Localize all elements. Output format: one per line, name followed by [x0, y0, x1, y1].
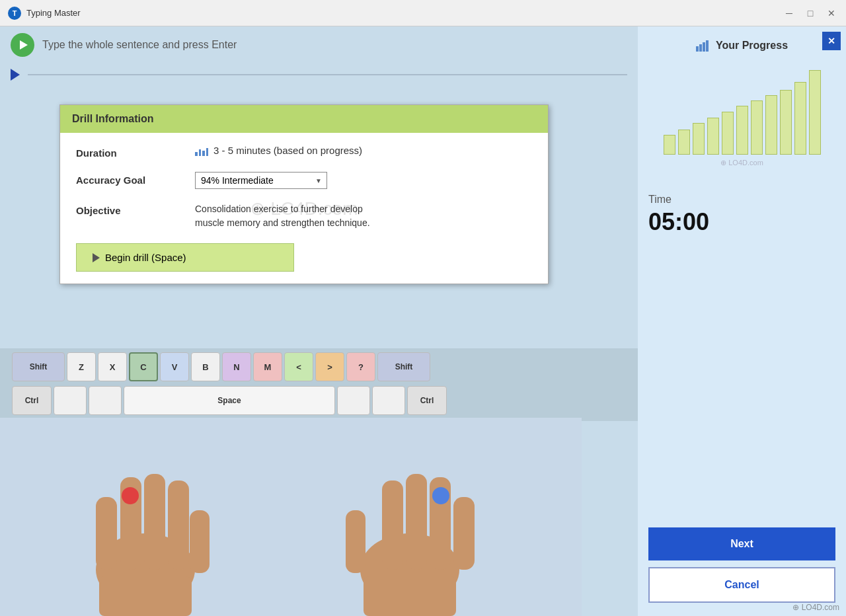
- accuracy-row: Accuracy Goal 94% Intermediate 90% Begin…: [76, 172, 532, 189]
- right-panel-watermark: ⊕ LO4D.com: [648, 159, 835, 167]
- bar-9: [780, 90, 792, 155]
- app-title: Typing Master: [26, 8, 81, 18]
- hands-area: [0, 418, 638, 616]
- bar-7: [751, 100, 763, 155]
- app-icon: T: [8, 7, 21, 20]
- drill-dialog-body: ⊕ LC4D.com Duration 3 - 5 minutes (based…: [60, 133, 548, 284]
- bar-10: [794, 82, 806, 155]
- objective-label: Objective: [76, 202, 195, 216]
- bar-8: [765, 95, 777, 155]
- accuracy-select[interactable]: 94% Intermediate 90% Beginner 97% Advanc…: [195, 172, 327, 189]
- svg-rect-10: [382, 481, 403, 570]
- svg-rect-14: [346, 510, 365, 573]
- begin-drill-button[interactable]: Begin drill (Space): [76, 243, 294, 272]
- svg-rect-18: [699, 44, 702, 52]
- svg-rect-15: [364, 576, 456, 616]
- svg-rect-5: [168, 481, 189, 570]
- watermark-logo: ⊕: [792, 603, 799, 612]
- keyboard-row-space: Ctrl Space Ctrl: [11, 385, 627, 416]
- bar-3: [693, 123, 705, 155]
- key-fn1: [54, 386, 87, 415]
- key-fn3: [337, 386, 370, 415]
- duration-text: 3 - 5 minutes (based on progress): [213, 145, 362, 156]
- left-panel: Type the whole sentence and press Enter …: [0, 26, 638, 616]
- instruction-bar: Type the whole sentence and press Enter: [0, 26, 638, 63]
- key-left-shift: Shift: [12, 352, 65, 381]
- close-button[interactable]: ✕: [822, 6, 841, 20]
- key-comma: <: [284, 352, 313, 381]
- svg-rect-13: [453, 497, 475, 570]
- key-c: C: [129, 352, 158, 381]
- svg-point-16: [432, 487, 449, 504]
- key-left-ctrl: Ctrl: [12, 386, 52, 415]
- hands-svg: [0, 418, 582, 616]
- cancel-button[interactable]: Cancel: [648, 567, 835, 603]
- svg-rect-7: [99, 576, 192, 616]
- bar-6: [736, 106, 748, 155]
- key-slash: ?: [346, 352, 375, 381]
- bar-1: [664, 135, 675, 155]
- accuracy-label: Accuracy Goal: [76, 172, 195, 186]
- key-m: M: [253, 352, 282, 381]
- key-right-shift: Shift: [377, 352, 430, 381]
- accuracy-value: 94% Intermediate 90% Beginner 97% Advanc…: [195, 172, 327, 189]
- divider: [28, 74, 627, 75]
- progress-chart-icon: [696, 40, 711, 52]
- key-z: Z: [67, 352, 96, 381]
- key-v: V: [160, 352, 189, 381]
- bar-2: [678, 130, 690, 155]
- play-button[interactable]: [11, 33, 34, 57]
- svg-rect-6: [190, 510, 210, 573]
- key-fn4: [372, 386, 405, 415]
- watermark-text: LO4D.com: [802, 603, 839, 612]
- progress-title: Your Progress: [648, 40, 835, 52]
- accuracy-select-wrapper[interactable]: 94% Intermediate 90% Beginner 97% Advanc…: [195, 172, 327, 189]
- svg-point-8: [122, 487, 139, 504]
- drill-dialog: Drill Information ⊕ LC4D.com Duration 3: [59, 104, 549, 284]
- key-fn2: [89, 386, 122, 415]
- svg-rect-4: [144, 474, 165, 570]
- main-area: Type the whole sentence and press Enter …: [0, 26, 846, 616]
- bar-11: [809, 70, 821, 155]
- time-value: 05:00: [648, 208, 835, 236]
- keyboard-row-bottom-letters: Shift Z X C V B N M < > ? Shift: [11, 351, 627, 383]
- play-triangle-icon: [11, 69, 20, 81]
- time-label: Time: [648, 194, 835, 206]
- duration-chart-icon: [195, 145, 208, 156]
- time-section: Time 05:00: [648, 194, 835, 236]
- instruction-text: Type the whole sentence and press Enter: [42, 39, 237, 51]
- key-x: X: [98, 352, 127, 381]
- right-panel: ✕ Your Progress: [638, 26, 846, 616]
- svg-rect-19: [703, 42, 705, 52]
- bar-5: [722, 112, 734, 155]
- objective-text: Consolidation exercise to further develo…: [195, 202, 370, 230]
- svg-rect-2: [96, 497, 117, 570]
- bar-4: [707, 118, 719, 155]
- svg-rect-11: [406, 474, 427, 570]
- progress-title-text: Your Progress: [716, 40, 788, 52]
- next-button[interactable]: Next: [648, 527, 835, 560]
- progress-section: Your Progress ⊕ LO4D.com: [648, 40, 835, 167]
- drill-dialog-title: Drill Information: [72, 113, 154, 124]
- svg-rect-17: [696, 46, 699, 52]
- duration-row: Duration 3 - 5 minutes (based on progres…: [76, 145, 532, 159]
- minimize-button[interactable]: ─: [780, 6, 798, 20]
- objective-row: Objective Consolidation exercise to furt…: [76, 202, 532, 230]
- progress-bar-chart: [663, 62, 822, 155]
- begin-drill-label: Begin drill (Space): [105, 252, 186, 263]
- key-space: Space: [124, 386, 335, 415]
- key-right-ctrl: Ctrl: [407, 386, 447, 415]
- svg-rect-20: [706, 40, 709, 52]
- svg-rect-0: [0, 418, 582, 616]
- drill-dialog-header: Drill Information: [60, 105, 548, 133]
- dialog-close-button[interactable]: ✕: [822, 32, 841, 50]
- duration-value: 3 - 5 minutes (based on progress): [195, 145, 362, 156]
- maximize-button[interactable]: □: [801, 6, 820, 20]
- key-n: N: [222, 352, 251, 381]
- title-bar: T Typing Master ─ □ ✕: [0, 0, 846, 26]
- key-b: B: [191, 352, 220, 381]
- key-period: >: [315, 352, 344, 381]
- secondary-instruction-row: [0, 63, 638, 86]
- window-controls: ─ □ ✕: [780, 6, 841, 20]
- keyboard-section: Shift Z X C V B N M < > ? Shift Ctrl Spa…: [0, 348, 638, 421]
